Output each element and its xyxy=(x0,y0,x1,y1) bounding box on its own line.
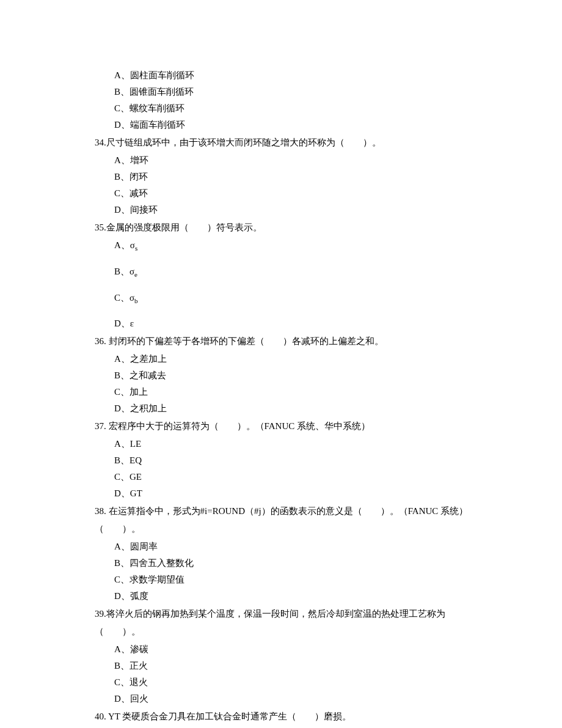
q39-option-c: C、退火 xyxy=(114,674,562,691)
q34-option-b: B、闭环 xyxy=(114,169,562,185)
q33-option-c: C、螺纹车削循环 xyxy=(114,100,562,117)
q38-text: 38. 在运算指令中，形式为#i=ROUND（#j）的函数表示的意义是（ ）。（… xyxy=(95,503,562,520)
q35-option-a: A、σs xyxy=(114,237,562,255)
q38-option-a: A、圆周率 xyxy=(114,539,562,555)
q39-cont: （ ）。 xyxy=(95,623,562,640)
q34-options: A、增环 B、闭环 C、减环 D、间接环 xyxy=(95,152,562,218)
q39-option-d: D、回火 xyxy=(114,691,562,707)
q39-options: A、渗碳 B、正火 C、退火 D、回火 xyxy=(95,641,562,707)
q35-option-d: D、ε xyxy=(114,315,562,332)
q35-text: 35.金属的强度极限用（ ）符号表示。 xyxy=(95,219,562,236)
q35-b-symbol: σ xyxy=(130,267,134,276)
q38-cont: （ ）。 xyxy=(95,521,562,537)
q38-options: A、圆周率 B、四舍五入整数化 C、求数学期望值 D、弧度 xyxy=(95,539,562,605)
q34-text: 34.尺寸链组成环中，由于该环增大而闭环随之增大的环称为（ ）。 xyxy=(95,134,562,151)
q35-options: A、σs B、σe C、σb D、ε xyxy=(95,237,562,332)
q37-option-b: B、EQ xyxy=(114,452,562,469)
q36-text: 36. 封闭环的下偏差等于各增环的下偏差（ ）各减环的上偏差之和。 xyxy=(95,333,562,350)
q37-option-d: D、GT xyxy=(114,485,562,502)
q35-c-symbol: σ xyxy=(130,293,134,303)
q34-option-a: A、增环 xyxy=(114,152,562,169)
q39-option-a: A、渗碳 xyxy=(114,641,562,658)
question-list: A、圆柱面车削循环 B、圆锥面车削循环 C、螺纹车削循环 D、端面车削循环 34… xyxy=(95,67,562,728)
q37-option-c: C、GE xyxy=(114,469,562,485)
q33-option-a: A、圆柱面车削循环 xyxy=(114,67,562,84)
q38-option-c: C、求数学期望值 xyxy=(114,572,562,588)
q36-options: A、之差加上 B、之和减去 C、加上 D、之积加上 xyxy=(95,351,562,417)
q39-text: 39.将淬火后的钢再加热到某个温度，保温一段时间，然后冷却到室温的热处理工艺称为 xyxy=(95,606,562,622)
q35-b-subscript: e xyxy=(134,271,137,278)
q34-option-c: C、减环 xyxy=(114,185,562,202)
q33-option-b: B、圆锥面车削循环 xyxy=(114,84,562,100)
q36-option-c: C、加上 xyxy=(114,384,562,400)
q36-option-b: B、之和减去 xyxy=(114,367,562,384)
q35-a-prefix: A、 xyxy=(114,240,130,250)
q35-c-prefix: C、 xyxy=(114,293,130,303)
q34-option-d: D、间接环 xyxy=(114,202,562,218)
q36-option-d: D、之积加上 xyxy=(114,400,562,417)
q35-option-c: C、σb xyxy=(114,290,562,307)
q37-options: A、LE B、EQ C、GE D、GT xyxy=(95,436,562,502)
q35-a-subscript: s xyxy=(135,245,137,252)
q36-option-a: A、之差加上 xyxy=(114,351,562,367)
q35-c-subscript: b xyxy=(134,297,138,304)
q38-option-b: B、四舍五入整数化 xyxy=(114,555,562,572)
q33-option-d: D、端面车削循环 xyxy=(114,117,562,133)
q37-text: 37. 宏程序中大于的运算符为（ ）。（FANUC 系统、华中系统） xyxy=(95,418,562,435)
q38-option-d: D、弧度 xyxy=(114,588,562,605)
q37-option-a: A、LE xyxy=(114,436,562,452)
q39-option-b: B、正火 xyxy=(114,658,562,674)
q35-option-b: B、σe xyxy=(114,263,562,281)
q33-options: A、圆柱面车削循环 B、圆锥面车削循环 C、螺纹车削循环 D、端面车削循环 xyxy=(95,67,562,133)
q40-text: 40. YT 类硬质合金刀具在加工钛合金时通常产生（ ）磨损。 xyxy=(95,708,562,725)
q35-b-prefix: B、 xyxy=(114,267,130,276)
q35-a-symbol: σ xyxy=(130,240,135,250)
